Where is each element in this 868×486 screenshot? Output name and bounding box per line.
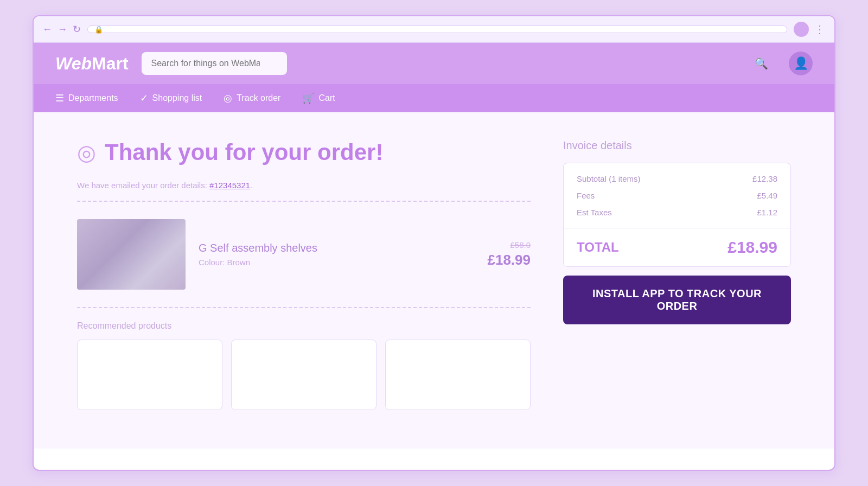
left-column: ◎ Thank you for your order! We have emai… [77,139,531,427]
user-avatar[interactable]: 👤 [789,52,813,75]
order-email-text: We have emailed your order details: #123… [77,181,531,190]
nav-cart-label: Cart [318,93,335,103]
address-bar[interactable]: 🔒 [87,25,787,33]
cart-icon: 🛒 [302,92,314,104]
subtotal-value: £12.38 [752,174,777,183]
recommended-card-2[interactable] [231,340,376,410]
order-item: G Self assembly shelves Colour: Brown £5… [77,210,531,298]
order-number-link[interactable]: #12345321 [209,181,250,190]
taxes-value: £1.12 [757,208,777,217]
invoice-rows: Subtotal (1 items) £12.38 Fees £5.49 Est… [564,163,790,228]
thank-you-title: Thank you for your order! [105,139,383,165]
product-color: Colour: Brown [199,258,474,267]
browser-window: ← → ↻ 🔒 ⋮ WebMart 🔍 👤 ☰ Departments ✓ [33,15,835,471]
nav-departments-label: Departments [68,93,118,103]
sale-price: £18.99 [487,252,531,268]
site-nav: ☰ Departments ✓ Shopping list ◎ Track or… [34,84,834,112]
site-logo[interactable]: WebMart [55,54,129,74]
logo-web: Web [55,54,92,73]
product-image [77,219,186,290]
invoice-fees-row: Fees £5.49 [577,191,777,200]
thank-you-icon: ◎ [77,140,96,165]
search-input[interactable] [142,52,287,75]
order-item-top-divider [77,201,531,202]
fees-label: Fees [577,191,595,200]
period: . [250,181,252,190]
recommended-card-1[interactable] [77,340,222,410]
nav-track-order-label: Track order [237,93,280,103]
nav-cart[interactable]: 🛒 Cart [302,92,335,104]
product-name: G Self assembly shelves [199,242,474,254]
departments-icon: ☰ [55,92,64,104]
nav-track-order[interactable]: ◎ Track order [224,92,280,104]
product-details: G Self assembly shelves Colour: Brown [199,242,474,267]
recommended-grid [77,340,531,410]
install-app-button[interactable]: INSTALL APP TO TRACK YOUR ORDER [563,276,791,324]
recommended-section: Recommended products [77,321,531,410]
original-price: £58.0 [487,240,531,250]
email-text-static: We have emailed your order details: [77,181,209,190]
nav-shopping-list-label: Shopping list [152,93,202,103]
nav-departments[interactable]: ☰ Departments [55,92,118,104]
recommended-card-3[interactable] [385,340,531,410]
invoice-taxes-row: Est Taxes £1.12 [577,208,777,217]
browser-profile-circle[interactable] [794,22,809,37]
browser-chrome: ← → ↻ 🔒 ⋮ [34,16,834,43]
main-content: ◎ Thank you for your order! We have emai… [34,112,834,449]
forward-button[interactable]: → [58,24,67,34]
product-price: £58.0 £18.99 [487,240,531,268]
product-image-placeholder [77,219,186,290]
refresh-button[interactable]: ↻ [73,24,81,34]
thank-you-heading: ◎ Thank you for your order! [77,139,531,165]
recommended-title: Recommended products [77,321,531,331]
invoice-subtotal-row: Subtotal (1 items) £12.38 [577,174,777,183]
invoice-title: Invoice details [563,139,791,152]
subtotal-label: Subtotal (1 items) [577,174,641,183]
search-wrapper: 🔍 [142,52,776,75]
order-item-bottom-divider [77,307,531,308]
taxes-label: Est Taxes [577,208,612,217]
search-button[interactable]: 🔍 [755,57,768,70]
browser-menu-icon[interactable]: ⋮ [814,23,826,36]
track-order-icon: ◎ [224,92,232,104]
browser-actions: ⋮ [794,22,826,37]
site-header: WebMart 🔍 👤 [34,43,834,84]
nav-shopping-list[interactable]: ✓ Shopping list [140,92,202,104]
right-column: Invoice details Subtotal (1 items) £12.3… [563,139,791,427]
invoice-total-row: TOTAL £18.99 [564,228,790,266]
shopping-list-icon: ✓ [140,92,148,104]
back-button[interactable]: ← [42,24,52,34]
lock-icon: 🔒 [94,25,103,34]
logo-mart: Mart [92,54,129,73]
browser-nav-buttons: ← → ↻ [42,24,81,34]
invoice-box: Subtotal (1 items) £12.38 Fees £5.49 Est… [563,163,791,267]
fees-value: £5.49 [757,191,777,200]
total-amount: £18.99 [727,238,777,257]
total-label: TOTAL [577,240,619,255]
